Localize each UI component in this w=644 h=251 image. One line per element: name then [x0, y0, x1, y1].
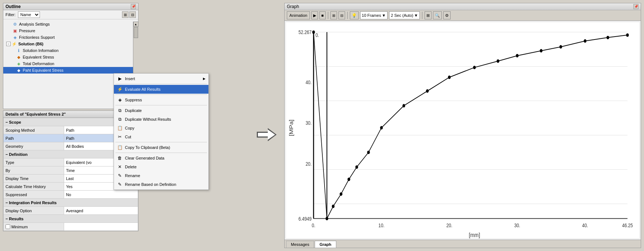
value-display-option[interactable]: Averaged — [64, 207, 138, 215]
svg-text:30.: 30. — [306, 120, 311, 126]
tree-item-label: Solution Information — [23, 48, 59, 53]
menu-item-label: Copy To Clipboard (Beta) — [125, 145, 170, 150]
filter-icon-1[interactable]: ⊞ — [122, 11, 129, 18]
sep3 — [422, 12, 422, 19]
tree-item-solution[interactable]: − ⚡ Solution (B6) — [3, 41, 138, 47]
graph-title: Graph — [287, 4, 299, 9]
suppress-icon: ◈ — [117, 97, 123, 103]
svg-rect-0 — [286, 22, 639, 238]
menu-item-suppress[interactable]: ◈ Suppress — [114, 95, 208, 104]
sep1 — [328, 12, 328, 19]
menu-item-label: Clear Generated Data — [125, 156, 164, 160]
svg-text:0.: 0. — [312, 222, 315, 229]
menu-item-label: Copy — [125, 126, 134, 130]
menu-item-rename[interactable]: ✎ Rename — [114, 171, 208, 180]
menu-item-copy[interactable]: 📋 Copy — [114, 124, 208, 132]
svg-text:[MPa]: [MPa] — [289, 120, 294, 136]
time-dropdown[interactable]: 2 Sec (Auto) ▼ — [389, 11, 420, 19]
tree-item-label: Total Deformation — [23, 61, 54, 66]
pressure-icon: ▣ — [12, 28, 18, 34]
menu-item-insert[interactable]: ▶ Insert ▶ — [114, 74, 208, 83]
copy-clipboard-icon: 📋 — [117, 145, 123, 150]
svg-point-25 — [312, 30, 315, 34]
svg-text:[mm]: [mm] — [469, 232, 480, 238]
menu-item-delete[interactable]: ✕ Delete — [114, 162, 208, 171]
svg-point-42 — [607, 36, 609, 39]
menu-item-label: Evaluate All Results — [125, 87, 160, 91]
animation-label: Animation — [287, 11, 310, 19]
menu-item-duplicate[interactable]: ⧉ Duplicate — [114, 106, 208, 115]
scroll-up-arrow[interactable]: ▲ — [133, 22, 138, 27]
tree-item-label: Solution (B6) — [18, 42, 43, 46]
svg-text:20.: 20. — [446, 222, 452, 229]
menu-item-label: Duplicate — [125, 108, 142, 113]
filter-select[interactable]: Name — [18, 11, 40, 18]
frame-step2-btn[interactable]: ⊟ — [338, 11, 345, 19]
filter-icon-2[interactable]: ⊟ — [129, 11, 136, 18]
svg-point-34 — [426, 89, 429, 93]
menu-item-rename-based[interactable]: ✎ Rename Based on Definition — [114, 180, 208, 189]
tab-graph[interactable]: Graph — [315, 241, 336, 248]
tree-item-frictionless[interactable]: ◈ Frictionless Support — [3, 34, 138, 41]
tree-item-label: Paht Equivalent Stress — [23, 68, 63, 72]
evaluate-icon: ⚡ — [117, 86, 123, 92]
tree-item-analysis[interactable]: ⚙ Analysis Settings — [3, 21, 138, 27]
svg-point-27 — [332, 205, 334, 208]
svg-point-35 — [448, 75, 451, 79]
minimum-checkbox[interactable] — [5, 224, 10, 229]
menu-item-evaluate[interactable]: ⚡ Evaluate All Results — [114, 85, 208, 94]
play-btn[interactable]: ▶ — [311, 11, 318, 19]
scroll-thumb[interactable] — [134, 27, 138, 38]
frames-dropdown-arrow: ▼ — [382, 13, 386, 18]
tree-item-label: Pressure — [19, 29, 35, 33]
svg-text:20.: 20. — [306, 161, 311, 167]
svg-text:0.: 0. — [315, 32, 319, 38]
frame-step-btn[interactable]: ⊞ — [330, 11, 337, 19]
svg-text:30.: 30. — [514, 222, 520, 229]
svg-text:46.25: 46.25 — [622, 222, 633, 229]
outline-pin-btn[interactable]: 📌 — [131, 4, 136, 9]
settings-btn[interactable]: ⚙ — [443, 11, 451, 19]
tab-messages-label: Messages — [291, 242, 309, 247]
menu-item-copy-clipboard[interactable]: 📋 Copy To Clipboard (Beta) — [114, 143, 208, 152]
tree-item-total-def[interactable]: ◈ Total Deformation — [3, 60, 138, 67]
graph-toolbar: Animation ▶ ■ ⊞ ⊟ 💡 10 Frames ▼ 2 Sec (A… — [285, 10, 641, 21]
zoom-btn[interactable]: 🔍 — [433, 11, 442, 19]
frames-label: 10 Frames — [362, 13, 381, 18]
tab-graph-label: Graph — [319, 242, 331, 247]
menu-item-cut[interactable]: ✂ Cut — [114, 132, 208, 141]
graph-tabs: Messages Graph — [285, 240, 641, 248]
svg-point-39 — [540, 49, 542, 52]
menu-item-duplicate-no-results[interactable]: ⧉ Duplicate Without Results — [114, 115, 208, 124]
tree-item-sol-info[interactable]: ℹ Solution Information — [3, 47, 138, 54]
sep2 — [347, 12, 348, 19]
label-suppressed: Suppressed — [4, 191, 64, 199]
section-integration: Integration Point Results — [4, 199, 138, 207]
menu-separator-4 — [115, 142, 207, 142]
tree-item-pressure[interactable]: ▣ Pressure — [3, 27, 138, 34]
menu-item-clear[interactable]: 🗑 Clear Generated Data — [114, 154, 208, 162]
tab-messages[interactable]: Messages — [286, 241, 314, 248]
stop-btn[interactable]: ■ — [319, 11, 326, 19]
svg-point-36 — [473, 66, 475, 69]
graph-pin-btn[interactable]: 📌 — [633, 4, 639, 9]
label-path: Path — [4, 134, 64, 142]
tree-item-path-stress[interactable]: ◆ Paht Equivalent Stress — [3, 67, 138, 74]
lightbulb-icon: 💡 — [350, 11, 359, 19]
arrow-container — [252, 21, 281, 248]
arrow-head-outer — [268, 128, 277, 141]
value-minimum — [64, 223, 138, 231]
clear-icon: 🗑 — [117, 155, 123, 161]
tree-item-eq-stress[interactable]: ◆ Equivalent Stress — [3, 54, 138, 60]
graph-area: 52.267 40. 30. 20. 6.4949 [MPa] 0. 10. 2… — [286, 22, 639, 238]
export-btn[interactable]: ⊞ — [425, 11, 432, 19]
frames-dropdown[interactable]: 10 Frames ▼ — [360, 11, 388, 19]
value-suppressed[interactable]: No — [64, 191, 138, 199]
rename-icon: ✎ — [117, 173, 123, 179]
svg-point-41 — [584, 39, 586, 42]
solution-icon: ⚡ — [11, 41, 17, 47]
graph-titlebar: Graph 📌 — [285, 3, 641, 10]
svg-point-28 — [340, 192, 342, 196]
menu-separator-5 — [115, 153, 207, 153]
expand-solution[interactable]: − — [6, 42, 11, 46]
